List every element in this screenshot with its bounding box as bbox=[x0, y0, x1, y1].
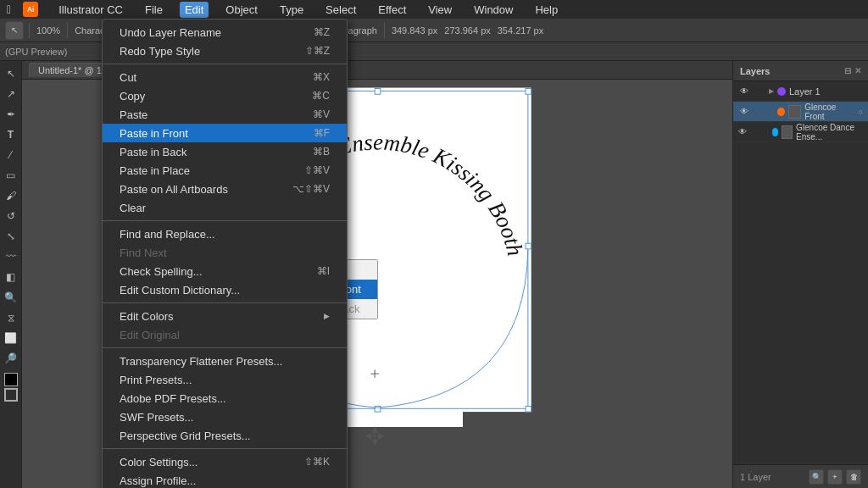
paintbrush-tool-icon[interactable]: 🖌 bbox=[2, 186, 20, 205]
svg-rect-8 bbox=[375, 406, 381, 412]
menu-perspective-grid-presets[interactable]: Perspective Grid Presets... bbox=[103, 426, 347, 445]
layer-item-glencoe-front[interactable]: 👁 Glencoe Front ○ bbox=[733, 102, 868, 122]
gradient-tool-icon[interactable]: ◧ bbox=[2, 268, 20, 286]
menu-paste[interactable]: Paste ⌘V bbox=[103, 105, 347, 124]
layer-glencoe-dance-lock-icon[interactable] bbox=[751, 126, 760, 138]
menu-window[interactable]: Window bbox=[469, 2, 518, 18]
menu-paste-on-all-artboards[interactable]: Paste on All Artboards ⌥⇧⌘V bbox=[103, 180, 347, 198]
menu-cut[interactable]: Cut ⌘X bbox=[103, 68, 347, 86]
menu-print-presets[interactable]: Print Presets... bbox=[103, 370, 347, 389]
eyedropper-tool-icon[interactable]: 🔍 bbox=[2, 288, 20, 307]
layer-glencoe-front-indicator: ○ bbox=[859, 108, 863, 116]
svg-rect-4 bbox=[526, 89, 531, 95]
panel-footer-buttons: 🔍 + 🗑 bbox=[809, 469, 861, 485]
blend-tool-icon[interactable]: ⧖ bbox=[2, 308, 20, 327]
stroke-color-box[interactable] bbox=[4, 388, 18, 402]
menu-find-replace[interactable]: Find and Replace... bbox=[103, 225, 347, 243]
toolbar-sep-2 bbox=[67, 23, 68, 38]
layers-panel-title: Layers bbox=[740, 66, 770, 76]
menu-edit-colors[interactable]: Edit Colors bbox=[103, 307, 347, 325]
layer-glencoe-front-lock-icon[interactable] bbox=[753, 106, 764, 118]
edit-dropdown-menu: Undo Layer Rename ⌘Z Redo Type Style ⇧⌘Z… bbox=[102, 19, 348, 488]
menu-spelling-shortcut: ⌘I bbox=[317, 265, 330, 277]
menu-copy[interactable]: Copy ⌘C bbox=[103, 86, 347, 105]
menu-clear[interactable]: Clear bbox=[103, 198, 347, 217]
delete-layer-button[interactable]: 🗑 bbox=[846, 469, 861, 485]
panel-close-icon[interactable]: ✕ bbox=[854, 66, 861, 75]
layer-glencoe-front-visibility-icon[interactable]: 👁 bbox=[738, 106, 749, 118]
menu-sep-2 bbox=[103, 220, 347, 221]
menu-copy-shortcut: ⌘C bbox=[312, 90, 330, 102]
menu-undo-layer-rename[interactable]: Undo Layer Rename ⌘Z bbox=[103, 23, 347, 42]
artboard-tool-icon[interactable]: ⬜ bbox=[2, 329, 20, 347]
menu-select[interactable]: Select bbox=[320, 2, 361, 18]
menu-transparency-presets[interactable]: Transparency Flattener Presets... bbox=[103, 352, 347, 370]
svg-marker-16 bbox=[371, 440, 378, 446]
coord-w: 354.217 px bbox=[498, 25, 543, 36]
menu-sep-5 bbox=[103, 448, 347, 449]
layer-item-glencoe-dance[interactable]: 👁 Glencoe Dance Ense... bbox=[733, 122, 868, 142]
menu-swf-presets[interactable]: SWF Presets... bbox=[103, 408, 347, 426]
layer-glencoe-dance-color-dot bbox=[772, 128, 779, 136]
apple-logo-icon[interactable]:  bbox=[7, 3, 11, 16]
layer-glencoe-front-color-dot bbox=[777, 108, 785, 116]
menu-redo-shortcut: ⇧⌘Z bbox=[305, 45, 330, 57]
menu-assign-profile[interactable]: Assign Profile... bbox=[103, 471, 347, 488]
line-tool-icon[interactable]: ∕ bbox=[2, 146, 20, 164]
layer-glencoe-dance-visibility-icon[interactable]: 👁 bbox=[738, 126, 748, 138]
menu-file[interactable]: File bbox=[140, 2, 168, 18]
zoom-tool-icon[interactable]: 🔎 bbox=[2, 349, 20, 368]
color-boxes bbox=[4, 373, 18, 402]
rotate-tool-icon[interactable]: ↺ bbox=[2, 207, 20, 225]
layer-1-expand-icon[interactable]: ▶ bbox=[769, 87, 774, 95]
layer-glencoe-front-thumb bbox=[788, 105, 801, 119]
coord-y: 273.964 px bbox=[444, 25, 490, 36]
add-layer-button[interactable]: + bbox=[827, 469, 843, 485]
layer-count-label: 1 Layer bbox=[740, 472, 771, 482]
svg-rect-9 bbox=[526, 406, 531, 412]
menu-help[interactable]: Help bbox=[530, 2, 563, 18]
menu-paste-in-place[interactable]: Paste in Place ⇧⌘V bbox=[103, 161, 347, 180]
svg-marker-18 bbox=[378, 433, 385, 440]
menu-edit-original[interactable]: Edit Original bbox=[103, 325, 347, 344]
menu-color-settings-shortcut: ⇧⌘K bbox=[304, 456, 330, 468]
menu-view[interactable]: View bbox=[423, 2, 457, 18]
direct-select-tool-icon[interactable]: ↗ bbox=[2, 85, 20, 103]
toolbar-sep-1 bbox=[29, 23, 30, 38]
layer-1-lock-icon[interactable] bbox=[754, 86, 765, 97]
menu-edit-custom-dict[interactable]: Edit Custom Dictionary... bbox=[103, 280, 347, 299]
pen-tool-icon[interactable]: ✒ bbox=[2, 105, 20, 124]
panel-collapse-icon[interactable]: ⊟ bbox=[844, 66, 851, 75]
menu-adobe-pdf-presets[interactable]: Adobe PDF Presets... bbox=[103, 389, 347, 408]
menu-paste-in-back[interactable]: Paste in Back ⌘B bbox=[103, 142, 347, 161]
menu-type[interactable]: Type bbox=[275, 2, 309, 18]
menu-edit[interactable]: Edit bbox=[180, 2, 209, 18]
toolbar-sep-4 bbox=[384, 23, 385, 38]
svg-rect-3 bbox=[375, 89, 381, 95]
toolbar-arrow-tool[interactable]: ↖ bbox=[5, 21, 24, 40]
fill-color-box[interactable] bbox=[4, 373, 18, 386]
menu-redo-type-style[interactable]: Redo Type Style ⇧⌘Z bbox=[103, 42, 347, 60]
scale-tool-icon[interactable]: ⤡ bbox=[2, 227, 20, 246]
menu-find-next[interactable]: Find Next bbox=[103, 243, 347, 262]
menu-color-settings[interactable]: Color Settings... ⇧⌘K bbox=[103, 452, 347, 471]
menu-cut-shortcut: ⌘X bbox=[313, 71, 330, 83]
menu-object[interactable]: Object bbox=[220, 2, 263, 18]
layer-1-visibility-icon[interactable]: 👁 bbox=[738, 86, 750, 97]
menu-paste-in-front[interactable]: Paste in Front ⌘F bbox=[103, 124, 347, 142]
search-layer-button[interactable]: 🔍 bbox=[809, 469, 824, 485]
warp-tool-icon[interactable]: 〰 bbox=[2, 247, 20, 266]
rectangle-tool-icon[interactable]: ▭ bbox=[2, 166, 20, 185]
svg-marker-17 bbox=[365, 433, 372, 440]
menu-effect[interactable]: Effect bbox=[373, 2, 411, 18]
layer-1-color-dot bbox=[777, 87, 786, 96]
layer-item-1[interactable]: 👁 ▶ Layer 1 bbox=[733, 81, 868, 102]
panel-header-icons: ⊟ ✕ bbox=[844, 66, 861, 75]
left-toolbar: ↖ ↗ ✒ T ∕ ▭ 🖌 ↺ ⤡ 〰 ◧ 🔍 ⧖ ⬜ 🔎 bbox=[0, 61, 22, 488]
layer-glencoe-dance-thumb bbox=[782, 125, 793, 139]
menu-illustrator-cc[interactable]: Illustrator CC bbox=[53, 2, 128, 18]
type-tool-icon[interactable]: T bbox=[2, 125, 20, 144]
zoom-label: 100% bbox=[36, 25, 60, 36]
select-tool-icon[interactable]: ↖ bbox=[2, 64, 20, 83]
menu-check-spelling[interactable]: Check Spelling... ⌘I bbox=[103, 262, 347, 280]
